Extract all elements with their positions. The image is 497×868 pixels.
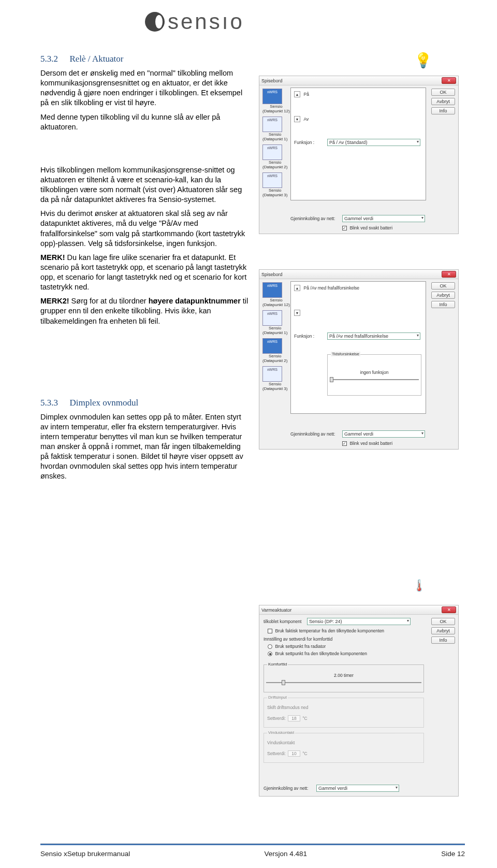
merk2-label: MERK2! xyxy=(40,297,69,305)
blink-label: Blink ved svakt batteri xyxy=(349,441,392,446)
logo: sensıo xyxy=(145,9,244,34)
logo-text: sensıo xyxy=(168,9,244,34)
ok-button[interactable]: OK xyxy=(431,282,455,290)
info-button[interactable]: Info xyxy=(431,107,455,114)
funksjon-label: Funksjon : xyxy=(294,140,314,145)
blink-checkbox[interactable] xyxy=(342,226,347,230)
tilkoblet-label: tilkoblet komponent xyxy=(264,619,301,624)
datapoint-label: (Datapunkt 2) xyxy=(262,359,287,363)
heading-number: 5.3.2 xyxy=(40,54,58,64)
avbryt-button[interactable]: Avbryt xyxy=(431,627,455,634)
radiator-icon: 🌡️ xyxy=(412,579,426,592)
ok-button[interactable]: OK xyxy=(431,618,455,625)
titlebar: Spisebord ✕ xyxy=(259,270,458,279)
close-icon[interactable]: ✕ xyxy=(442,77,456,84)
merk-text: Du kan lage fire ulike scenarier fra et … xyxy=(40,253,246,291)
para: Hvis du derimot ønsker at aktuatoren ska… xyxy=(40,209,250,249)
blink-checkbox[interactable] xyxy=(342,441,347,446)
komfort-slider[interactable] xyxy=(266,682,421,683)
bruk-faktisk-label: Bruk faktisk temperatur fra den tilknytt… xyxy=(275,628,384,633)
dialog-title: Varmeaktuator xyxy=(261,607,291,613)
drifts-legend: Driftsinput xyxy=(267,695,288,700)
para: Dimplex ovnmodulen kan settes opp på to … xyxy=(40,412,250,482)
logo-mark-icon xyxy=(145,12,165,32)
innstilling-label: Innstilling av settverdi for komforttid xyxy=(264,636,332,642)
gjen-value: Gammel verdi xyxy=(344,216,373,221)
arrow-down-icon[interactable]: ▼ xyxy=(294,116,300,122)
funksjon-value: På /Av med frafallforsinkelse xyxy=(329,334,388,339)
avbryt-button[interactable]: Avbryt xyxy=(431,292,455,299)
para: Hvis tilkoblingen mellom kommunikasjonsg… xyxy=(40,165,250,205)
dialog-spisebord-2: Spisebord ✕ xWRS Sensio (Datapunkt 12) x… xyxy=(259,269,459,450)
titlebar: Varmeaktuator ✕ xyxy=(259,605,458,615)
radio-komponent-label: Bruk settpunkt fra den tilknyttede kompo… xyxy=(275,651,367,656)
gjen-dropdown[interactable]: Gammel verdi xyxy=(342,215,425,222)
timer-label: 2.00 timer xyxy=(264,673,423,678)
arrow-down-icon[interactable]: ▼ xyxy=(294,310,300,316)
gjen-dropdown[interactable]: Gammel verdi xyxy=(342,430,425,438)
tids-legend: Tidsforsinkelse xyxy=(331,352,360,356)
datapoint-label: (Datapunkt 3) xyxy=(262,193,287,197)
info-button[interactable]: Info xyxy=(431,636,455,644)
av-label: Av xyxy=(304,117,309,122)
ok-button[interactable]: OK xyxy=(431,89,455,96)
datapoint-1-icon[interactable]: xWRS xyxy=(262,310,282,326)
avbryt-button[interactable]: Avbryt xyxy=(431,98,455,105)
funksjon-dropdown[interactable]: På / Av (Standard) xyxy=(327,139,420,146)
datapoint-label: (Datapunkt 12) xyxy=(262,303,290,307)
blink-label: Blink ved svakt batteri xyxy=(349,225,392,230)
datapoint-12-icon[interactable]: xWRS xyxy=(262,89,282,104)
footer-center: Versjon 4.481 xyxy=(265,850,308,858)
settverdi2-input[interactable]: 10 xyxy=(288,750,300,757)
gjen-label: Gjeninnkobling av nett: xyxy=(290,216,335,221)
funksjon-label: Funksjon : xyxy=(294,334,314,339)
ingen-funksjon-label: ingen funksjon xyxy=(328,370,421,375)
gjen-label: Gjeninnkobling av nett: xyxy=(264,786,308,791)
merk-label: MERK! xyxy=(40,253,65,262)
gjen-dropdown[interactable]: Gammel verdi xyxy=(316,785,399,792)
radio-komponent[interactable] xyxy=(268,652,272,656)
datapoint-label: Sensio xyxy=(262,326,287,330)
funksjon-dropdown[interactable]: På /Av med frafallforsinkelse xyxy=(327,332,420,340)
gjen-value: Gammel verdi xyxy=(344,431,373,437)
datapoint-1-icon[interactable]: xWRS xyxy=(262,117,282,132)
close-icon[interactable]: ✕ xyxy=(442,606,456,613)
datapoint-label: Sensio xyxy=(262,189,287,193)
datapoint-label: (Datapunkt 2) xyxy=(262,165,287,169)
datapoint-2-icon[interactable]: xWRS xyxy=(262,144,282,160)
close-icon[interactable]: ✕ xyxy=(442,271,456,278)
settverdi2-label: Settverdi: xyxy=(267,751,286,756)
gjen-value: Gammel verdi xyxy=(318,786,347,791)
heading-532: 5.3.2 Relè / Aktuator xyxy=(40,54,250,64)
heading-number: 5.3.3 xyxy=(40,398,58,408)
datapoint-label: Sensio xyxy=(262,354,287,358)
footer-left: Sensio xSetup brukermanual xyxy=(40,850,130,858)
skift-label: Skift driftsmodus ned xyxy=(267,705,420,710)
pa-label: På xyxy=(304,92,309,97)
datapoint-label: (Datapunkt 3) xyxy=(262,387,287,391)
datapoint-3-icon[interactable]: xWRS xyxy=(262,172,282,188)
delay-slider[interactable] xyxy=(330,379,419,380)
radio-radiator[interactable] xyxy=(268,644,272,649)
arrow-up-icon[interactable]: ▲ xyxy=(294,285,300,291)
tilkoblet-dropdown[interactable]: Sensio (DP: 24) xyxy=(307,618,411,625)
para-merk: MERK! Du kan lage fire ulike scenarier f… xyxy=(40,253,250,293)
footer-divider xyxy=(40,844,465,845)
footer-right: Side 12 xyxy=(441,850,465,858)
datapoint-12-icon[interactable]: xWRS xyxy=(262,282,282,298)
datapoint-label: Sensio xyxy=(262,105,290,109)
bruk-faktisk-checkbox[interactable] xyxy=(268,629,272,633)
dialog-title: Spisebord xyxy=(261,78,283,83)
settverdi-input[interactable]: 18 xyxy=(288,715,300,721)
arrow-up-icon[interactable]: ▲ xyxy=(294,91,300,97)
datapoint-label: (Datapunkt 12) xyxy=(262,109,290,113)
datapoint-label: Sensio xyxy=(262,298,290,302)
footer: Sensio xSetup brukermanual Versjon 4.481… xyxy=(40,850,465,858)
heading-title: Relè / Aktuator xyxy=(69,54,123,64)
unit-c: °C xyxy=(302,716,308,721)
datapoint-label: (Datapunkt 1) xyxy=(262,331,287,335)
datapoint-3-icon[interactable]: xWRS xyxy=(262,366,282,382)
info-button[interactable]: Info xyxy=(431,301,455,308)
gjen-label: Gjeninnkobling av nett: xyxy=(290,431,335,437)
datapoint-2-icon[interactable]: xWRS xyxy=(262,338,282,354)
